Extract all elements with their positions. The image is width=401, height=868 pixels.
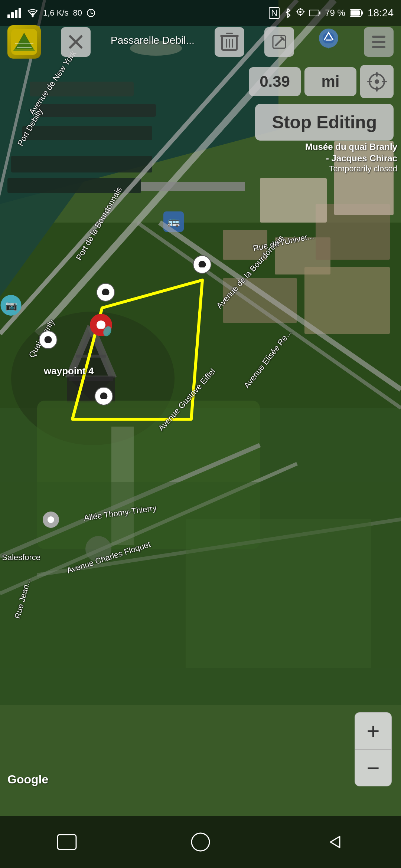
battery-icon (350, 9, 363, 17)
svg-point-54 (45, 336, 52, 343)
signal-icon (7, 8, 22, 18)
nav-recents-button[interactable] (52, 827, 82, 857)
menu-button[interactable] (364, 27, 394, 57)
svg-rect-81 (319, 11, 320, 14)
bottom-location-marker[interactable] (42, 510, 60, 536)
delete-button[interactable] (61, 27, 91, 57)
bluetooth-icon (284, 8, 291, 18)
svg-rect-43 (186, 519, 371, 668)
tour-eiffel-label: waypoint 4 (44, 365, 94, 377)
svg-rect-7 (30, 82, 134, 96)
nav-home-button[interactable] (186, 827, 215, 857)
bottom-navigation-bar (0, 816, 401, 868)
battery-outline-icon (309, 9, 320, 17)
svg-point-70 (32, 16, 34, 17)
tour-eiffel-red-marker[interactable] (88, 312, 114, 347)
svg-rect-83 (361, 11, 363, 14)
svg-rect-69 (19, 8, 21, 18)
waypoint-marker-3[interactable] (94, 386, 114, 414)
svg-line-73 (91, 13, 93, 14)
status-left: 1,6 K/s 80 (7, 8, 95, 18)
zoom-controls: + − (355, 712, 392, 786)
battery-percent: 79 % (325, 8, 345, 18)
svg-rect-9 (22, 126, 152, 140)
svg-rect-10 (11, 156, 152, 172)
gps-button[interactable] (360, 65, 394, 98)
stop-editing-button[interactable]: Stop Editing (255, 104, 394, 141)
svg-rect-66 (7, 14, 10, 18)
svg-rect-32 (304, 267, 390, 334)
waypoint-marker-4[interactable] (38, 330, 59, 357)
svg-point-75 (299, 11, 301, 13)
svg-text:📷: 📷 (5, 300, 17, 312)
time: 18:24 (368, 7, 394, 19)
trash-button[interactable] (215, 27, 244, 57)
waypoint-marker-1[interactable] (96, 282, 116, 310)
poi-info-box: Musée du quai Branly- Jacques Chirac Tem… (305, 141, 397, 174)
zoom-out-button[interactable]: − (355, 749, 392, 786)
waypoint-marker-2[interactable] (192, 254, 213, 282)
distance-display: 0.39 (249, 67, 301, 96)
svg-rect-16 (141, 182, 245, 191)
location-status-icon (296, 8, 305, 18)
passarelle-label: Passarelle Debil... (111, 34, 195, 46)
poi-status: Temporarily closed (305, 164, 397, 174)
svg-point-45 (102, 289, 110, 296)
svg-point-48 (199, 261, 206, 268)
nav-back-button[interactable] (319, 827, 349, 857)
svg-rect-33 (260, 178, 327, 223)
edit-button[interactable] (264, 27, 294, 57)
svg-rect-31 (223, 278, 297, 323)
unit-display[interactable]: mi (304, 67, 356, 96)
status-right: N 79 % 18:24 (269, 7, 394, 19)
network-speed: 1,6 K/s (43, 8, 68, 18)
status-icon-80: 80 (73, 8, 82, 18)
app-icon[interactable] (7, 25, 41, 59)
zoom-in-button[interactable]: + (355, 712, 392, 749)
svg-rect-84 (351, 10, 360, 16)
nfc-icon: N (269, 7, 280, 19)
timer-icon (87, 9, 95, 17)
svg-point-106 (375, 79, 379, 84)
svg-rect-67 (11, 12, 14, 18)
svg-point-112 (192, 833, 209, 851)
toolbar: Passarelle Debil... (0, 20, 401, 63)
google-logo: Google (7, 773, 48, 786)
svg-point-64 (48, 516, 54, 523)
wifi-icon (27, 8, 39, 18)
measurement-bar: 0.39 mi (249, 65, 394, 98)
svg-rect-80 (309, 10, 319, 16)
photo-marker[interactable]: 📷 (0, 293, 23, 323)
svg-rect-111 (58, 835, 76, 849)
svg-marker-113 (330, 836, 340, 848)
svg-point-57 (97, 320, 105, 329)
svg-text:🚌: 🚌 (167, 215, 180, 227)
svg-point-51 (100, 392, 108, 400)
svg-rect-28 (223, 230, 267, 260)
svg-point-102 (323, 32, 335, 44)
svg-rect-8 (37, 104, 156, 117)
svg-rect-68 (15, 10, 17, 18)
svg-rect-11 (7, 178, 141, 193)
poi-name: Musée du quai Branly- Jacques Chirac (305, 141, 397, 164)
svg-line-99 (276, 38, 283, 46)
nav-destination-icon (314, 27, 344, 57)
